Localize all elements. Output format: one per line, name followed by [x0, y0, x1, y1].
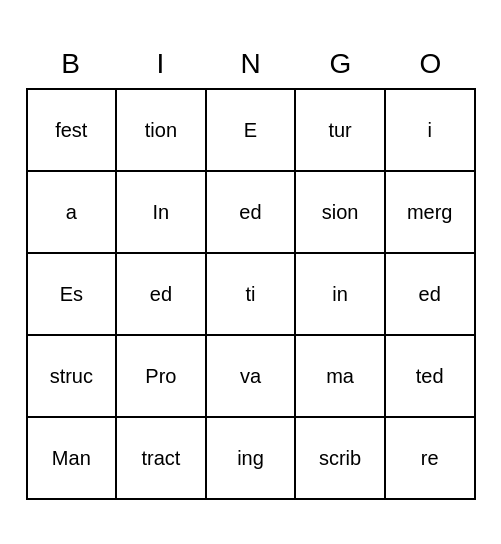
- cell-0-1: tion: [117, 90, 207, 170]
- bingo-row: Es ed ti in ed: [28, 254, 474, 336]
- cell-2-3: in: [296, 254, 386, 334]
- cell-3-3: ma: [296, 336, 386, 416]
- cell-4-4: re: [386, 418, 474, 498]
- cell-1-3: sion: [296, 172, 386, 252]
- bingo-row: struc Pro va ma ted: [28, 336, 474, 418]
- header-o: O: [386, 44, 476, 84]
- cell-2-0: Es: [28, 254, 118, 334]
- cell-1-4: merg: [386, 172, 474, 252]
- bingo-row: Man tract ing scrib re: [28, 418, 474, 498]
- cell-3-2: va: [207, 336, 297, 416]
- bingo-grid: fest tion E tur i a In ed sion merg Es e…: [26, 88, 476, 500]
- cell-0-2: E: [207, 90, 297, 170]
- header-b: B: [26, 44, 116, 84]
- cell-0-3: tur: [296, 90, 386, 170]
- cell-2-1: ed: [117, 254, 207, 334]
- cell-3-4: ted: [386, 336, 474, 416]
- cell-4-0: Man: [28, 418, 118, 498]
- header-g: G: [296, 44, 386, 84]
- cell-3-0: struc: [28, 336, 118, 416]
- cell-2-2: ti: [207, 254, 297, 334]
- bingo-header: B I N G O: [26, 44, 476, 84]
- bingo-row: fest tion E tur i: [28, 90, 474, 172]
- bingo-row: a In ed sion merg: [28, 172, 474, 254]
- cell-0-4: i: [386, 90, 474, 170]
- cell-1-0: a: [28, 172, 118, 252]
- cell-0-0: fest: [28, 90, 118, 170]
- cell-1-1: In: [117, 172, 207, 252]
- bingo-card: B I N G O fest tion E tur i a In ed sion…: [26, 44, 476, 500]
- cell-4-1: tract: [117, 418, 207, 498]
- cell-3-1: Pro: [117, 336, 207, 416]
- cell-4-2: ing: [207, 418, 297, 498]
- cell-4-3: scrib: [296, 418, 386, 498]
- header-i: I: [116, 44, 206, 84]
- header-n: N: [206, 44, 296, 84]
- cell-1-2: ed: [207, 172, 297, 252]
- cell-2-4: ed: [386, 254, 474, 334]
